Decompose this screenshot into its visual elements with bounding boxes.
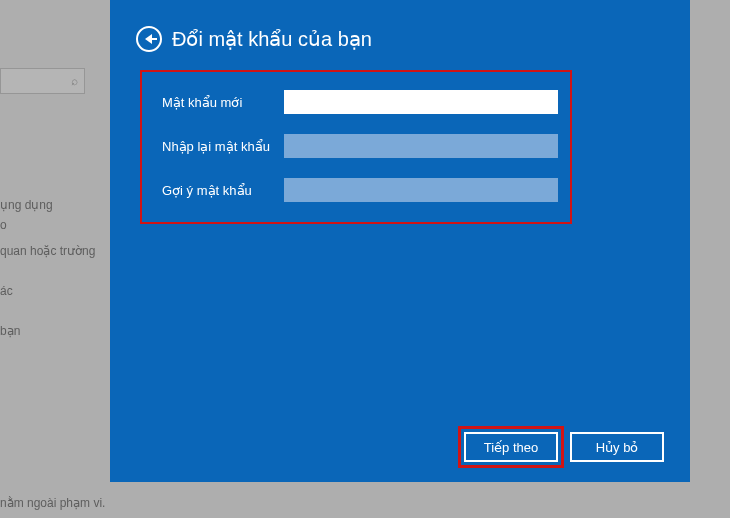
next-button[interactable]: Tiếp theo — [464, 432, 558, 462]
password-hint-label: Gợi ý mật khẩu — [162, 183, 284, 198]
new-password-input[interactable] — [284, 90, 558, 114]
new-password-label: Mật khẩu mới — [162, 95, 284, 110]
panel-title: Đổi mật khẩu của bạn — [172, 27, 372, 51]
change-password-panel: Đổi mật khẩu của bạn Mật khẩu mới Nhập l… — [110, 0, 690, 482]
password-form: Mật khẩu mới Nhập lại mật khẩu Gợi ý mật… — [140, 70, 572, 224]
confirm-password-label: Nhập lại mật khẩu — [162, 139, 284, 154]
cancel-button[interactable]: Hủy bỏ — [570, 432, 664, 462]
password-hint-input[interactable] — [284, 178, 558, 202]
cancel-button-label: Hủy bỏ — [596, 440, 639, 455]
confirm-password-input[interactable] — [284, 134, 558, 158]
next-button-label: Tiếp theo — [484, 440, 539, 455]
back-button[interactable] — [136, 26, 162, 52]
arrow-left-icon — [145, 34, 152, 44]
